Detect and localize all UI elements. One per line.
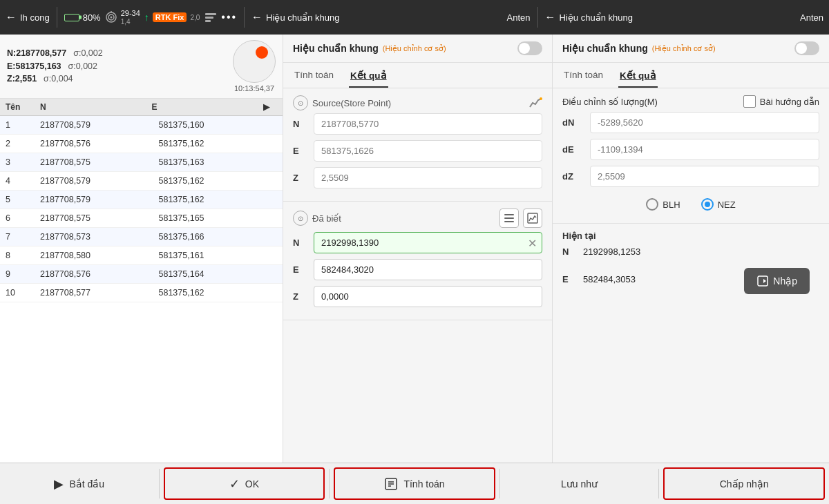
- anten-2[interactable]: Anten: [800, 12, 823, 23]
- luu-nhu-button[interactable]: Lưu như: [500, 463, 659, 504]
- svg-rect-6: [205, 20, 211, 22]
- clear-N-icon[interactable]: ✕: [528, 236, 537, 249]
- source-row: ⊙ Source(Store Point): [293, 95, 542, 110]
- known-icon: ⊙: [293, 211, 308, 226]
- right-tabs: Tính toán Kết quả: [553, 63, 829, 88]
- table-row[interactable]: 3 2187708,575 581375,163: [0, 153, 283, 172]
- back-nav-left[interactable]: ← Ih cong: [6, 11, 50, 23]
- cell-N: 2187708,579: [40, 120, 159, 130]
- table-row[interactable]: 6 2187708,575 581375,165: [0, 209, 283, 228]
- cell-E: 581375,162: [159, 288, 278, 298]
- known-row: ⊙ Đã biết: [293, 209, 542, 228]
- table-row[interactable]: 8 2187708,580 581375,161: [0, 246, 283, 265]
- sigma-N: σ:0,002: [73, 47, 102, 60]
- field-E-input[interactable]: [314, 140, 542, 162]
- nhap-button[interactable]: Nhập: [744, 268, 810, 294]
- table-row[interactable]: 1 2187708,579 581375,160: [0, 116, 283, 135]
- back-arrow-1-icon: ←: [251, 11, 263, 23]
- coord-header: N:2187708,577 σ:0,002 E:581375,163 σ:0,0…: [0, 35, 283, 99]
- tab-tinh-toan[interactable]: Tính toán: [293, 67, 335, 88]
- list-icon-btn[interactable]: [499, 209, 519, 228]
- current-section: Hiện tại N 2192998,1253 E 582484,3053 Nh…: [553, 224, 829, 308]
- cell-N: 2187708,573: [40, 232, 159, 242]
- calc-icon: [384, 477, 398, 491]
- adjust-checkbox[interactable]: [743, 95, 756, 108]
- known-N-input[interactable]: [314, 232, 542, 253]
- top-bar: ← Ih cong 80% 29-34 1,4 ↑ RTK Fix 2,0 ••…: [0, 0, 829, 35]
- dZ-label: dZ: [562, 171, 590, 182]
- map-icon-btn[interactable]: [523, 209, 542, 228]
- right-panel: Hiệu chuẩn khung (Hiệu chỉnh cơ sở) Tính…: [553, 35, 829, 463]
- known-section: ⊙ Đã biết: [283, 202, 552, 320]
- right-toggle[interactable]: [794, 41, 819, 55]
- dots[interactable]: •••: [221, 11, 237, 23]
- known-Z-label: Z: [293, 291, 314, 302]
- radio-BLH[interactable]: BLH: [646, 198, 680, 211]
- tools-icon: [204, 10, 218, 24]
- battery-pct: 80%: [83, 12, 101, 23]
- tab-ket-qua[interactable]: Kết quả: [349, 67, 388, 88]
- field-Z-input[interactable]: [314, 167, 542, 188]
- table-row[interactable]: 4 2187708,579 581375,162: [0, 172, 283, 191]
- anten-1[interactable]: Anten: [507, 12, 531, 23]
- adjust-label: Điều chỉnh số lượng(M): [562, 97, 658, 107]
- tinh-toan-button[interactable]: Tính toán: [334, 467, 495, 500]
- known-N-field: ✕: [314, 232, 542, 253]
- main-content: N:2187708,577 σ:0,002 E:581375,163 σ:0,0…: [0, 35, 829, 463]
- table-row[interactable]: 9 2187708,576 581375,164: [0, 265, 283, 284]
- dZ-input[interactable]: [590, 166, 819, 187]
- svg-rect-4: [205, 13, 216, 15]
- middle-tabs: Tính toán Kết quả: [283, 63, 552, 88]
- dE-input[interactable]: [590, 139, 819, 160]
- bat-dau-button[interactable]: ▶ Bắt đầu: [0, 463, 159, 504]
- graph-icon[interactable]: [528, 96, 542, 110]
- dN-input[interactable]: [590, 112, 819, 133]
- divider-3: [537, 7, 538, 28]
- cell-ten: 4: [6, 176, 40, 186]
- table-row[interactable]: 5 2187708,579 581375,162: [0, 191, 283, 209]
- field-dE: dE: [562, 139, 819, 160]
- radio-NEZ[interactable]: NEZ: [701, 198, 736, 211]
- nav-title-2[interactable]: ← Hiệu chuẩn khung: [545, 11, 633, 23]
- field-N-input[interactable]: [314, 113, 542, 135]
- svg-rect-11: [528, 213, 537, 223]
- table-row[interactable]: 10 2187708,577 581375,162: [0, 284, 283, 302]
- ok-button[interactable]: ✓ OK: [164, 467, 325, 500]
- cell-ten: 6: [6, 213, 40, 223]
- col-E: E: [152, 102, 264, 112]
- middle-header: Hiệu chuẩn khung (Hiệu chỉnh cơ sở): [283, 35, 552, 63]
- known-E-input[interactable]: [314, 259, 542, 280]
- svg-point-7: [540, 97, 542, 100]
- rtk-badge: RTK Fix: [153, 12, 187, 22]
- app-title: Ih cong: [20, 12, 50, 23]
- nav-title-1[interactable]: ← Hiệu chuẩn khung: [251, 11, 339, 23]
- col-ten: Tên: [6, 102, 40, 112]
- signal-label: 29-34: [121, 9, 140, 17]
- field-known-Z: Z: [293, 286, 542, 307]
- cell-E: 581375,162: [159, 139, 278, 148]
- middle-toggle[interactable]: [517, 41, 542, 55]
- cell-ten: 1: [6, 120, 40, 130]
- cell-ten: 7: [6, 232, 40, 242]
- right-tab-ket-qua[interactable]: Kết quả: [618, 67, 658, 88]
- col-arrow-icon[interactable]: ▶: [263, 102, 277, 112]
- divider-1: [57, 7, 57, 28]
- field-source-N: N: [293, 113, 542, 135]
- known-Z-input[interactable]: [314, 286, 542, 307]
- right-tab-tinh-toan[interactable]: Tính toán: [562, 67, 604, 88]
- sigma-E: σ:0,002: [68, 60, 97, 73]
- cell-E: 581375,162: [159, 176, 278, 186]
- cell-N: 2187708,579: [40, 195, 159, 204]
- cell-N: 2187708,577: [40, 288, 159, 298]
- chap-nhan-button[interactable]: Chấp nhận: [663, 467, 825, 500]
- table-row[interactable]: 2 2187708,576 581375,162: [0, 135, 283, 153]
- cell-E: 581375,163: [159, 157, 278, 167]
- field-known-N: N ✕: [293, 232, 542, 253]
- known-N-label: N: [293, 238, 314, 248]
- coord-Z: Z:2,551: [7, 72, 37, 86]
- cell-ten: 8: [6, 251, 40, 260]
- field-Z-label: Z: [293, 173, 314, 183]
- table-row[interactable]: 7 2187708,573 581375,166: [0, 228, 283, 246]
- right-title: Hiệu chuẩn khung: [562, 43, 648, 54]
- cell-E: 581375,165: [159, 213, 278, 223]
